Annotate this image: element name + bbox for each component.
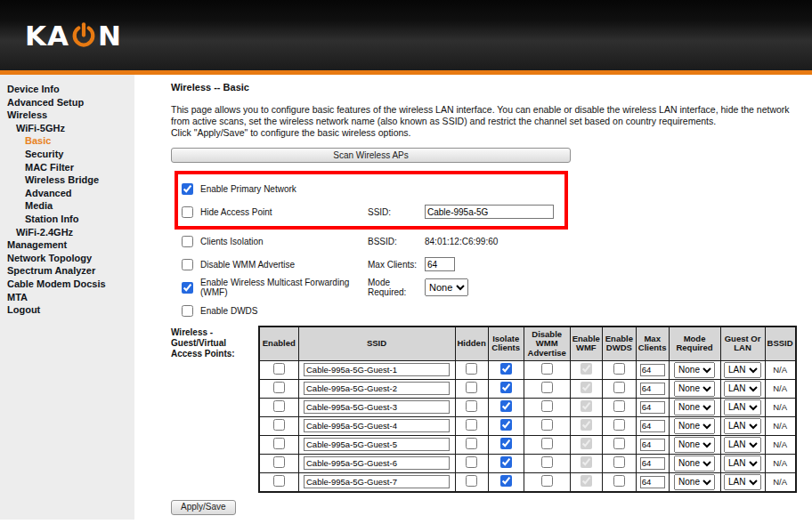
guest-max-clients-input[interactable]: [640, 420, 665, 432]
sidebar-item-mta[interactable]: MTA: [7, 291, 134, 304]
guest-isolate-clients-checkbox[interactable]: [500, 438, 512, 449]
guest-enable-dwds-checkbox[interactable]: [613, 419, 625, 431]
guest-or-lan-select[interactable]: LAN: [724, 362, 761, 378]
mode-required-select[interactable]: None: [425, 278, 468, 296]
guest-or-lan-select[interactable]: LAN: [724, 381, 761, 397]
sidebar-item-spectrum-analyzer[interactable]: Spectrum Analyzer: [7, 264, 134, 278]
guest-disable-wmm-checkbox[interactable]: [541, 475, 553, 487]
guest-disable-wmm-checkbox[interactable]: [541, 363, 553, 375]
sidebar-item-advanced-setup[interactable]: Advanced Setup: [7, 96, 134, 109]
guest-mode-required-select[interactable]: None: [674, 474, 715, 490]
enable-wmf-checkbox[interactable]: [182, 282, 193, 294]
guest-enable-dwds-checkbox[interactable]: [613, 382, 625, 393]
guest-ssid-input[interactable]: [304, 438, 450, 451]
guest-mode-required-select[interactable]: None: [674, 362, 715, 378]
guest-ssid-input[interactable]: [304, 400, 450, 414]
guest-mode-required-select[interactable]: None: [674, 418, 715, 434]
max-clients-input[interactable]: [425, 257, 455, 271]
guest-isolate-clients-checkbox[interactable]: [500, 382, 512, 393]
apply-save-button[interactable]: Apply/Save: [171, 500, 236, 515]
ssid-input[interactable]: [425, 205, 554, 219]
sidebar-item-wireless-bridge[interactable]: Wireless Bridge: [7, 173, 134, 187]
guest-ssid-input[interactable]: [304, 363, 450, 376]
sidebar-item-device-info[interactable]: Device Info: [7, 83, 134, 96]
guest-table-header-8: Mode Required: [669, 326, 720, 360]
guest-enable-dwds-checkbox[interactable]: [613, 475, 625, 487]
guest-enabled-checkbox[interactable]: [273, 438, 285, 449]
page-title: Wireless -- Basic: [171, 82, 807, 93]
guest-max-clients-input[interactable]: [640, 439, 665, 451]
guest-enabled-checkbox[interactable]: [273, 400, 285, 412]
guest-isolate-clients-checkbox[interactable]: [500, 456, 512, 468]
guest-ssid-input[interactable]: [304, 382, 450, 395]
sidebar-item-logout[interactable]: Logout: [7, 303, 134, 317]
guest-ssid-input[interactable]: [304, 419, 450, 432]
sidebar-item-advanced[interactable]: Advanced: [7, 187, 134, 200]
guest-enable-dwds-checkbox[interactable]: [613, 363, 625, 375]
guest-or-lan-select[interactable]: LAN: [724, 418, 761, 434]
sidebar-item-network-topology[interactable]: Network Topology: [7, 252, 134, 265]
sidebar-item-basic[interactable]: Basic: [7, 134, 134, 148]
sidebar-item-management[interactable]: Management: [7, 238, 134, 252]
enable-dwds-checkbox[interactable]: [182, 305, 193, 317]
guest-hidden-checkbox[interactable]: [466, 400, 477, 412]
guest-hidden-checkbox[interactable]: [466, 475, 477, 487]
guest-enable-dwds-checkbox[interactable]: [613, 438, 625, 449]
scan-wireless-aps-button[interactable]: Scan Wireless APs: [171, 148, 571, 163]
guest-max-clients-input[interactable]: [640, 457, 665, 470]
sidebar-item-security[interactable]: Security: [7, 148, 134, 161]
guest-max-clients-input[interactable]: [640, 401, 665, 414]
guest-enabled-checkbox[interactable]: [273, 363, 285, 375]
guest-or-lan-select[interactable]: LAN: [724, 455, 761, 472]
guest-enabled-checkbox[interactable]: [273, 382, 285, 393]
sidebar-item-wifi-2-4ghz[interactable]: WiFi-2.4GHz: [7, 226, 134, 239]
guest-hidden-checkbox[interactable]: [466, 456, 477, 468]
guest-ap-section: Wireless - Guest/Virtual Access Points: …: [171, 326, 807, 493]
guest-enable-dwds-checkbox[interactable]: [613, 456, 625, 468]
guest-max-clients-input[interactable]: [640, 383, 665, 395]
guest-isolate-clients-checkbox[interactable]: [500, 363, 512, 375]
guest-disable-wmm-checkbox[interactable]: [541, 438, 553, 449]
wireless-options: Enable Primary Network Hide Access Point…: [175, 171, 807, 322]
guest-isolate-clients-checkbox[interactable]: [500, 475, 512, 487]
hide-access-point-checkbox[interactable]: [182, 206, 193, 218]
guest-enabled-checkbox[interactable]: [273, 475, 285, 487]
guest-mode-required-select[interactable]: None: [674, 455, 715, 472]
sidebar-item-wireless[interactable]: Wireless: [7, 109, 134, 122]
guest-enabled-checkbox[interactable]: [273, 419, 285, 431]
disable-wmm-advertise-checkbox[interactable]: [182, 259, 193, 270]
guest-max-clients-input[interactable]: [640, 476, 665, 488]
guest-ssid-input[interactable]: [304, 475, 450, 488]
sidebar-item-station-info[interactable]: Station Info: [7, 213, 134, 226]
guest-or-lan-select[interactable]: LAN: [724, 437, 761, 453]
sidebar-item-mac-filter[interactable]: MAC Filter: [7, 161, 134, 174]
sidebar-item-wifi-5ghz[interactable]: WiFi-5GHz: [7, 122, 134, 135]
sidebar-item-cable-modem-docsis[interactable]: Cable Modem Docsis: [7, 278, 134, 291]
enable-primary-network-checkbox[interactable]: [182, 183, 193, 195]
clients-isolation-checkbox[interactable]: [182, 236, 193, 247]
guest-disable-wmm-checkbox[interactable]: [541, 382, 553, 393]
guest-hidden-checkbox[interactable]: [466, 438, 477, 449]
guest-or-lan-select[interactable]: LAN: [724, 399, 761, 415]
guest-or-lan-select[interactable]: LAN: [724, 474, 761, 490]
guest-mode-required-select[interactable]: None: [674, 399, 715, 415]
clients-isolation-row: Clients Isolation BSSID: 84:01:12:C6:99:…: [182, 230, 807, 253]
guest-disable-wmm-checkbox[interactable]: [541, 419, 553, 431]
guest-isolate-clients-checkbox[interactable]: [500, 419, 512, 431]
guest-disable-wmm-checkbox[interactable]: [541, 400, 553, 412]
sidebar-item-media[interactable]: Media: [7, 199, 134, 213]
guest-table-header-2: Hidden: [455, 326, 488, 360]
guest-disable-wmm-checkbox[interactable]: [541, 456, 553, 468]
guest-hidden-checkbox[interactable]: [466, 419, 477, 431]
guest-ssid-input[interactable]: [304, 456, 450, 470]
guest-table-header-row: EnabledSSIDHiddenIsolate ClientsDisable …: [259, 326, 796, 360]
guest-table-header-1: SSID: [298, 326, 455, 360]
guest-enabled-checkbox[interactable]: [273, 456, 285, 468]
guest-hidden-checkbox[interactable]: [466, 382, 477, 393]
guest-mode-required-select[interactable]: None: [674, 437, 715, 453]
guest-hidden-checkbox[interactable]: [466, 363, 477, 375]
guest-mode-required-select[interactable]: None: [674, 381, 715, 397]
guest-max-clients-input[interactable]: [640, 364, 665, 376]
guest-enable-dwds-checkbox[interactable]: [613, 400, 625, 412]
guest-isolate-clients-checkbox[interactable]: [500, 400, 512, 412]
